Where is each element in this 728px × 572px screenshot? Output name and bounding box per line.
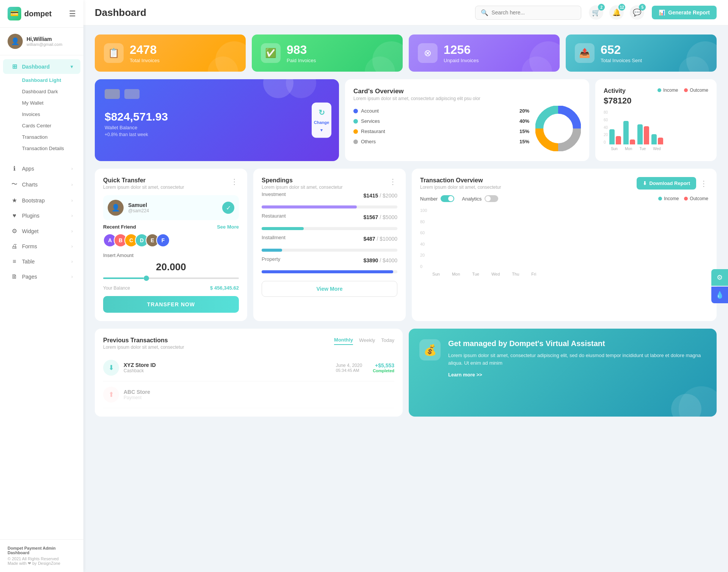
txn-info: XYZ Store ID Cashback [124, 362, 156, 373]
cards-overview-title: Card's Overview [353, 88, 581, 95]
va-learn-more-link[interactable]: Learn more >> [448, 372, 706, 378]
sidebar-sub-transaction[interactable]: Transaction [3, 132, 80, 143]
prev-txn-sub: Lorem ipsum dolor sit amet, consectetur [103, 345, 184, 350]
sidebar-item-forms[interactable]: 🖨 Forms › [3, 239, 80, 254]
view-more-button[interactable]: View More [262, 281, 397, 297]
spend-amount: $1567 / $5000 [363, 214, 397, 220]
sidebar-item-plugins[interactable]: ♥ Plugins › [3, 208, 80, 223]
wallet-change-button[interactable]: ↻ Change ▾ [312, 103, 331, 138]
avatar: 👤 [8, 34, 23, 49]
transfer-handle: @sam224 [128, 208, 149, 213]
insert-amount-label: Insert Amount [103, 252, 239, 258]
stat-card-unpaid-invoices: ⊗ 1256 Unpaid Invoices [409, 34, 560, 72]
sidebar-item-apps[interactable]: ℹ Apps › [3, 161, 80, 176]
activity-legend: Income Outcome [657, 88, 708, 93]
transaction-overview-card: Transaction Overview Lorem ipsum dolor s… [412, 169, 717, 321]
previous-transactions-card: Previous Transactions Lorem ipsum dolor … [95, 329, 403, 417]
hamburger-icon[interactable]: ☰ [69, 9, 76, 18]
transaction-icon: ⬇ [103, 360, 119, 376]
number-toggle: Number [420, 195, 454, 202]
svg-point-0 [548, 118, 569, 139]
number-toggle-switch[interactable] [441, 195, 454, 202]
quick-transfer-card: Quick Transfer Lorem ipsum dolor sit ame… [95, 169, 247, 321]
list-item: Restaurant 15% [353, 126, 529, 136]
settings-float-button[interactable]: ⚙ [711, 269, 728, 286]
download-report-button[interactable]: ⬇ Download Report [637, 177, 696, 190]
quick-transfer-title: Quick Transfer [103, 177, 184, 184]
unpaid-invoices-label: Unpaid Invoices [444, 58, 479, 63]
tab-monthly[interactable]: Monthly [334, 337, 353, 345]
wallet-decoration [263, 79, 316, 98]
sidebar-item-bootstrap[interactable]: ★ Bootstrap › [3, 193, 80, 208]
chat-button[interactable]: 💬 5 [630, 5, 644, 20]
sidebar-logo: 💳 dompet ☰ [0, 0, 83, 28]
table-row: ⬆ ABC Store Payment [103, 381, 394, 408]
amount-display: 20.000 [103, 261, 239, 273]
charts-icon: 〜 [11, 180, 18, 188]
amount-slider[interactable] [103, 277, 239, 279]
spendings-card: Spendings Lorem ipsum dolor sit amet, co… [253, 169, 406, 321]
spend-amount: $3890 / $4000 [363, 257, 397, 263]
sidebar-sub-my-wallet[interactable]: My Wallet [3, 97, 80, 108]
cards-overview: Card's Overview Lorem ipsum dolor sit am… [345, 79, 589, 161]
bar-labels: Sun Mon Tue Wed [609, 147, 708, 151]
cart-button[interactable]: 🛒 2 [589, 5, 603, 20]
paid-invoices-icon: ✅ [261, 43, 281, 63]
outcome-bar [616, 136, 621, 144]
download-icon: ⬇ [643, 180, 647, 186]
quick-transfer-sub: Lorem ipsum dolor sit amet, consectetur [103, 185, 184, 190]
spend-row: Property $3890 / $4000 [262, 256, 397, 264]
sidebar-item-charts[interactable]: 〜 Charts › [3, 177, 80, 192]
tab-today[interactable]: Today [381, 337, 394, 345]
sidebar-item-widget[interactable]: ⚙ Widget › [3, 224, 80, 238]
more-options-button[interactable]: ⋮ [389, 177, 397, 186]
sidebar-sub-dashboard-light[interactable]: Dashboard Light [3, 75, 80, 86]
wallet-change: +0.8% than last week [105, 132, 329, 137]
friend-avatar[interactable]: F [156, 234, 170, 247]
user-email: william@gmail.com [27, 42, 62, 47]
spend-amount: $487 / $10000 [363, 236, 397, 242]
more-options-button[interactable]: ⋮ [231, 177, 239, 186]
user-name: William [33, 36, 52, 42]
generate-report-button[interactable]: 📊 Generate Report [652, 6, 717, 19]
sidebar-item-dashboard[interactable]: ⊞ Dashboard ▾ [3, 59, 80, 74]
spend-bar [262, 249, 397, 252]
sidebar-sub-transaction-details[interactable]: Transaction Details [3, 143, 80, 154]
bottom-row: Quick Transfer Lorem ipsum dolor sit ame… [95, 169, 717, 321]
see-more-button[interactable]: See More [217, 224, 239, 230]
sidebar-item-pages[interactable]: 🗎 Pages › [3, 270, 80, 284]
sidebar-item-label: Table [22, 259, 35, 265]
spend-row: Investment $1415 / $2000 [262, 191, 397, 199]
sidebar-item-table[interactable]: ≡ Table › [3, 254, 80, 269]
search-box[interactable]: 🔍 [475, 6, 581, 20]
co-content: Account 20% Services 40% Restaurant 15% [353, 106, 581, 153]
analytics-toggle-switch[interactable] [485, 195, 498, 202]
total-sent-number: 652 [601, 43, 642, 57]
total-invoices-icon: 📋 [104, 43, 124, 63]
sidebar-sub-cards-center[interactable]: Cards Center [3, 120, 80, 131]
footer-made: Made with ❤ by DesignZone [8, 561, 76, 566]
theme-float-button[interactable]: 💧 [711, 287, 728, 303]
chevron-right-icon: › [71, 229, 73, 234]
tab-weekly[interactable]: Weekly [359, 337, 375, 345]
transfer-info: Samuel @sam224 [128, 202, 149, 213]
paid-invoices-label: Paid Invoices [287, 58, 316, 63]
spend-bar-fill [262, 270, 393, 273]
income-bar [511, 208, 519, 269]
bar-group-tue [637, 124, 649, 144]
more-options-button[interactable]: ⋮ [700, 179, 708, 188]
list-item: Restaurant $1567 / $5000 [262, 213, 397, 230]
stat-info: 2478 Total Invoices [130, 43, 160, 63]
spend-label: Investment [262, 191, 286, 197]
table-icon: ≡ [11, 258, 18, 265]
co-list: Account 20% Services 40% Restaurant 15% [353, 106, 529, 153]
sidebar-sub-invoices[interactable]: Invoices [3, 109, 80, 120]
sidebar-item-label: Bootstrap [22, 197, 45, 204]
search-input[interactable] [491, 9, 576, 16]
transfer-now-button[interactable]: TRANSFER NOW [103, 296, 239, 313]
sidebar-sub-dashboard-dark[interactable]: Dashboard Dark [3, 86, 80, 97]
outcome-bar [520, 251, 528, 269]
bell-button[interactable]: 🔔 12 [609, 5, 624, 20]
income-bar [491, 214, 498, 269]
bar-group-mon [623, 121, 635, 144]
